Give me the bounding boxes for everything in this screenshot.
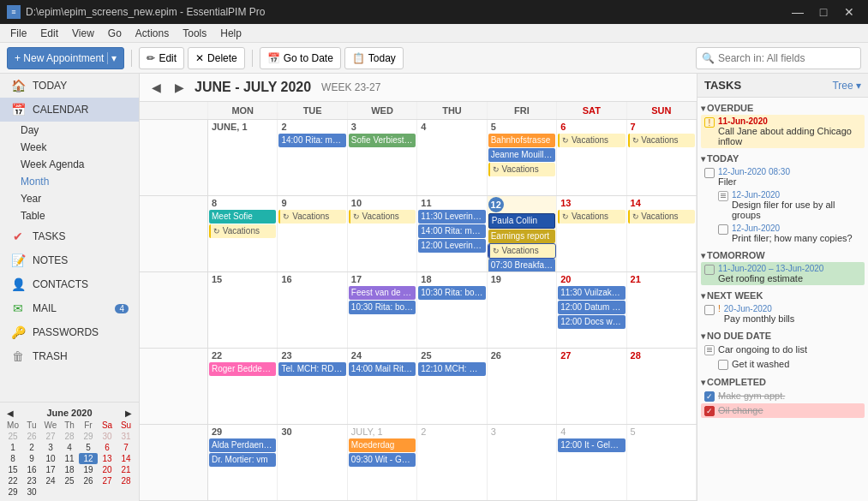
- cal-day-cell-w0-d4[interactable]: 5BahnhofstrasseJeanne Mouillard↻ Vacatio…: [488, 120, 557, 195]
- cal-day-cell-w1-d1[interactable]: 9↻ Vacations: [278, 196, 347, 271]
- cal-day-cell-w2-d1[interactable]: 16: [278, 272, 347, 348]
- cal-event-w4-d2-e1[interactable]: 09:30 Wit - Gele k: [349, 453, 416, 467]
- cal-event-w0-d2-e0[interactable]: Sofie Verbiest (19: [349, 134, 416, 147]
- cal-day-cell-w4-d1[interactable]: 30: [278, 425, 347, 500]
- close-button[interactable]: ✕: [837, 0, 861, 24]
- cal-day-cell-w4-d0[interactable]: 29Alda Perdaens (19Dr. Mortier: vm: [208, 425, 278, 500]
- task-checkbox-completed-1[interactable]: ✓: [704, 391, 715, 402]
- cal-day-cell-w3-d2[interactable]: 2414:00 Mail Rita bo: [348, 349, 417, 424]
- menu-go[interactable]: Go: [101, 26, 129, 41]
- sidebar-sub-week[interactable]: Week: [0, 139, 139, 156]
- cal-day-cell-w0-d5[interactable]: 6↻ Vacations: [557, 120, 626, 195]
- menu-actions[interactable]: Actions: [129, 26, 176, 41]
- cal-event-w1-d0-e1[interactable]: ↻ Vacations: [209, 224, 276, 238]
- task-checkbox-next-week-1[interactable]: [704, 305, 715, 315]
- edit-button[interactable]: ✏ Edit: [139, 47, 184, 69]
- sidebar-item-mail[interactable]: ✉ MAIL 4: [0, 296, 139, 320]
- cal-day-cell-w3-d3[interactable]: 2512:10 MCH: Radic: [417, 349, 487, 424]
- task-section-completed-header[interactable]: COMPLETED: [701, 375, 865, 389]
- cal-day-cell-w2-d4[interactable]: 19: [488, 272, 557, 348]
- cal-next-button[interactable]: ▶: [171, 79, 188, 96]
- title-bar-controls[interactable]: — □ ✕: [786, 0, 861, 24]
- cal-day-cell-w4-d6[interactable]: 5: [627, 425, 697, 500]
- cal-event-w1-d3-e1[interactable]: 14:00 Rita: mail b: [418, 224, 485, 238]
- task-item-no-due-1[interactable]: Car ongoing to do list: [701, 343, 865, 357]
- cal-day-cell-w2-d5[interactable]: 2011:30 Vuilzakken b12:00 Datum Mor12:00…: [557, 272, 626, 348]
- cal-day-cell-w0-d3[interactable]: 4: [417, 120, 487, 195]
- mini-cal-prev[interactable]: ◀: [7, 409, 14, 418]
- cal-event-w2-d5-e0[interactable]: 11:30 Vuilzakken b: [558, 286, 625, 300]
- mini-cal-next[interactable]: ▶: [125, 409, 132, 418]
- cal-event-w4-d0-e0[interactable]: Alda Perdaens (19: [209, 438, 276, 452]
- cal-day-cell-w3-d6[interactable]: 28: [627, 349, 697, 424]
- sidebar-sub-table[interactable]: Table: [0, 207, 139, 224]
- cal-day-cell-w1-d0[interactable]: 8Meet Sofie↻ Vacations: [208, 196, 278, 271]
- menu-file[interactable]: File: [3, 26, 33, 41]
- task-section-no-due-date-header[interactable]: NO DUE DATE: [701, 329, 865, 343]
- cal-day-cell-w1-d5[interactable]: 13↻ Vacations: [557, 196, 626, 271]
- task-checkbox-no-due-1[interactable]: [704, 345, 715, 355]
- cal-event-w2-d5-e1[interactable]: 12:00 Datum Mor: [558, 301, 625, 314]
- minimize-button[interactable]: —: [786, 0, 810, 24]
- task-item-today-3[interactable]: 12-Jun-2020 Print filer; how many copies…: [715, 222, 865, 245]
- cal-day-cell-w0-d1[interactable]: 214:00 Rita: mail b: [278, 120, 347, 195]
- cal-day-cell-w3-d1[interactable]: 23Tel. MCH: RDV Ra: [278, 349, 347, 424]
- search-box[interactable]: 🔍: [696, 47, 861, 69]
- cal-day-cell-w1-d4[interactable]: 12Paula CollinEarnings report↻ Vacations…: [488, 196, 557, 271]
- menu-edit[interactable]: Edit: [33, 26, 65, 41]
- task-section-tomorrow-header[interactable]: TOMORROW: [701, 248, 865, 262]
- cal-day-cell-w4-d5[interactable]: 412:00 It - Gele Kr: [557, 425, 626, 500]
- cal-event-w4-d2-e0[interactable]: Moederdag: [349, 438, 416, 452]
- cal-prev-button[interactable]: ◀: [148, 79, 165, 96]
- cal-event-w1-d3-e2[interactable]: 12:00 Levering 2n: [418, 239, 485, 253]
- menu-view[interactable]: View: [65, 26, 101, 41]
- task-checkbox-today-1[interactable]: [704, 168, 715, 178]
- cal-day-cell-w4-d4[interactable]: 3: [488, 425, 557, 500]
- cal-event-w1-d4-e3[interactable]: 07:30 Breakfast: (: [488, 259, 555, 271]
- cal-event-w1-d4-e1[interactable]: Earnings report: [488, 230, 555, 243]
- cal-event-w0-d4-e2[interactable]: ↻ Vacations: [488, 163, 555, 176]
- cal-event-w2-d5-e2[interactable]: 12:00 Docs wilsve: [558, 315, 625, 329]
- task-section-next-week-header[interactable]: NEXT WEEK: [701, 289, 865, 302]
- cal-event-w4-d5-e0[interactable]: 12:00 It - Gele Kr: [558, 438, 625, 452]
- task-section-today-header[interactable]: TODAY: [701, 152, 865, 165]
- cal-day-cell-w3-d4[interactable]: 26: [488, 349, 557, 424]
- sidebar-sub-day[interactable]: Day: [0, 122, 139, 139]
- cal-event-w3-d1-e0[interactable]: Tel. MCH: RDV Ra: [278, 362, 345, 376]
- task-item-overdue-1[interactable]: ! 11-Jun-2020 Call Jane about adding Chi…: [701, 115, 865, 148]
- cal-event-w0-d1-e0[interactable]: 14:00 Rita: mail b: [278, 134, 345, 147]
- cal-event-w3-d0-e0[interactable]: Roger Beddegen: [209, 362, 276, 376]
- cal-event-w1-d2-e0[interactable]: ↻ Vacations: [349, 210, 416, 224]
- cal-event-w0-d6-e0[interactable]: ↻ Vacations: [628, 134, 695, 147]
- sidebar-item-notes[interactable]: 📝 NOTES: [0, 248, 139, 272]
- task-checkbox-overdue-1[interactable]: !: [704, 117, 715, 128]
- sidebar-item-today[interactable]: 🏠 TODAY: [0, 74, 139, 98]
- menu-help[interactable]: Help: [213, 26, 248, 41]
- cal-event-w1-d0-e0[interactable]: Meet Sofie: [209, 210, 276, 224]
- cal-day-cell-w1-d2[interactable]: 10↻ Vacations: [348, 196, 417, 271]
- cal-event-w1-d3-e0[interactable]: 11:30 Levering Cl: [418, 210, 485, 224]
- new-appointment-button[interactable]: + New Appointment ▾: [7, 47, 124, 69]
- cal-event-w0-d4-e1[interactable]: Jeanne Mouillard: [488, 148, 555, 162]
- task-item-completed-2[interactable]: ✓ Oil change: [701, 403, 865, 418]
- cal-day-cell-w2-d2[interactable]: 17Feest van de Arbe10:30 Rita: boods: [348, 272, 417, 348]
- cal-event-w3-d2-e0[interactable]: 14:00 Mail Rita bo: [349, 362, 416, 376]
- sidebar-item-calendar[interactable]: 📅 CALENDAR: [0, 98, 139, 122]
- cal-event-w0-d4-e0[interactable]: Bahnhofstrasse: [488, 134, 555, 147]
- task-item-completed-1[interactable]: ✓ Make gym appt.: [701, 389, 865, 403]
- sidebar-item-tasks[interactable]: ✔ TASKS: [0, 224, 139, 248]
- task-item-next-week-1[interactable]: ! 20-Jun-2020 Pay monthly bills: [701, 302, 865, 325]
- cal-event-w1-d4-e0[interactable]: Paula Collin: [488, 213, 555, 229]
- cal-day-cell-w4-d3[interactable]: 2: [417, 425, 487, 500]
- sidebar-item-passwords[interactable]: 🔑 PASSWORDS: [0, 320, 139, 344]
- cal-event-w2-d3-e0[interactable]: 10:30 Rita: boods: [418, 286, 485, 300]
- cal-day-cell-w3-d0[interactable]: 22Roger Beddegen: [208, 349, 278, 424]
- task-checkbox-no-due-2[interactable]: [718, 360, 728, 370]
- sidebar-item-trash[interactable]: 🗑 TRASH: [0, 344, 139, 368]
- cal-event-w2-d2-e0[interactable]: Feest van de Arbe: [349, 286, 416, 300]
- maximize-button[interactable]: □: [811, 0, 835, 24]
- sidebar-sub-year[interactable]: Year: [0, 190, 139, 207]
- task-item-tomorrow-1[interactable]: 11-Jun-2020 – 13-Jun-2020 Get roofing es…: [701, 262, 865, 285]
- task-checkbox-today-2[interactable]: [718, 191, 728, 201]
- task-section-overdue-header[interactable]: OVERDUE: [701, 101, 865, 115]
